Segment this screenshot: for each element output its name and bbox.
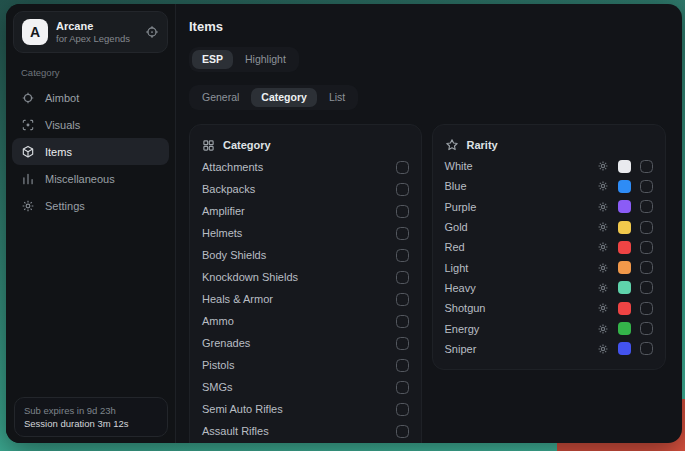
- category-row-label: Backpacks: [202, 183, 396, 195]
- rarity-row-label: Purple: [445, 201, 598, 213]
- color-swatch[interactable]: [618, 302, 631, 315]
- gear-icon[interactable]: [597, 180, 609, 192]
- sidebar-nav: AimbotVisualsItemsMiscellaneousSettings: [6, 84, 175, 219]
- rarity-row: Light: [445, 257, 654, 277]
- sidebar-item-miscellaneous[interactable]: Miscellaneous: [12, 165, 169, 192]
- mode-esp[interactable]: ESP: [192, 50, 233, 69]
- sidebar-item-aimbot[interactable]: Aimbot: [12, 84, 169, 111]
- category-row: Attachments: [202, 156, 409, 178]
- checkbox[interactable]: [396, 337, 409, 350]
- category-row: Ammo: [202, 310, 409, 332]
- rarity-row-label: Sniper: [445, 343, 598, 355]
- category-row-label: Assault Rifles: [202, 425, 396, 437]
- subscription-info-card: Sub expires in 9d 23h Session duration 3…: [14, 397, 168, 437]
- rarity-row-label: Light: [445, 262, 598, 274]
- app-header-card: A Arcane for Apex Legends: [13, 11, 168, 53]
- checkbox[interactable]: [396, 293, 409, 306]
- sidebar-item-label: Items: [45, 146, 72, 158]
- rarity-row: Sniper: [445, 339, 654, 359]
- color-swatch[interactable]: [618, 180, 631, 193]
- checkbox[interactable]: [640, 241, 653, 254]
- category-row: Helmets: [202, 222, 409, 244]
- category-row: Semi Auto Rifles: [202, 398, 409, 420]
- checkbox[interactable]: [396, 403, 409, 416]
- gear-icon[interactable]: [597, 262, 609, 274]
- tab-general[interactable]: General: [192, 88, 249, 107]
- color-swatch[interactable]: [618, 221, 631, 234]
- sidebar-item-label: Visuals: [45, 119, 80, 131]
- category-row: LMGs: [202, 442, 409, 443]
- star-icon: [445, 138, 459, 152]
- category-row-label: Semi Auto Rifles: [202, 403, 396, 415]
- color-swatch[interactable]: [618, 160, 631, 173]
- category-row-label: Ammo: [202, 315, 396, 327]
- category-row-label: Amplifier: [202, 205, 396, 217]
- checkbox[interactable]: [396, 359, 409, 372]
- panels-row: Category AttachmentsBackpacksAmplifierHe…: [189, 124, 666, 443]
- crosshair-target-icon[interactable]: [145, 25, 159, 39]
- gear-icon[interactable]: [597, 241, 609, 253]
- checkbox[interactable]: [640, 180, 653, 193]
- category-row-label: Heals & Armor: [202, 293, 396, 305]
- rarity-row-controls: [597, 241, 653, 254]
- rarity-row-label: Energy: [445, 323, 598, 335]
- checkbox[interactable]: [396, 271, 409, 284]
- color-swatch[interactable]: [618, 281, 631, 294]
- sidebar-item-label: Miscellaneous: [45, 173, 115, 185]
- aimbot-crosshair-icon: [21, 91, 35, 105]
- rarity-rows: WhiteBluePurpleGoldRedLightHeavyShotgunE…: [445, 156, 654, 359]
- checkbox[interactable]: [396, 161, 409, 174]
- rarity-row-controls: [597, 160, 653, 173]
- rarity-row-controls: [597, 322, 653, 335]
- gear-icon[interactable]: [597, 221, 609, 233]
- items-cube-icon: [21, 145, 35, 159]
- mode-highlight[interactable]: Highlight: [235, 50, 296, 69]
- gear-icon[interactable]: [597, 160, 609, 172]
- rarity-row-label: Red: [445, 241, 598, 253]
- rarity-row: Energy: [445, 318, 654, 338]
- color-swatch[interactable]: [618, 200, 631, 213]
- tab-category[interactable]: Category: [251, 88, 317, 107]
- checkbox[interactable]: [640, 200, 653, 213]
- checkbox[interactable]: [640, 261, 653, 274]
- sidebar-item-visuals[interactable]: Visuals: [12, 111, 169, 138]
- color-swatch[interactable]: [618, 261, 631, 274]
- checkbox[interactable]: [396, 249, 409, 262]
- rarity-row-controls: [597, 200, 653, 213]
- rarity-row: Heavy: [445, 278, 654, 298]
- category-row-label: Attachments: [202, 161, 396, 173]
- checkbox[interactable]: [396, 381, 409, 394]
- checkbox[interactable]: [640, 221, 653, 234]
- gear-icon[interactable]: [597, 201, 609, 213]
- category-row-label: Body Shields: [202, 249, 396, 261]
- category-rows: AttachmentsBackpacksAmplifierHelmetsBody…: [202, 156, 409, 443]
- checkbox[interactable]: [396, 205, 409, 218]
- checkbox[interactable]: [640, 322, 653, 335]
- settings-gear-icon: [21, 199, 35, 213]
- rarity-row-controls: [597, 302, 653, 315]
- gear-icon[interactable]: [597, 323, 609, 335]
- category-row: Pistols: [202, 354, 409, 376]
- rarity-row-controls: [597, 261, 653, 274]
- color-swatch[interactable]: [618, 241, 631, 254]
- category-row: Amplifier: [202, 200, 409, 222]
- checkbox[interactable]: [396, 315, 409, 328]
- sidebar-item-items[interactable]: Items: [12, 138, 169, 165]
- checkbox[interactable]: [640, 342, 653, 355]
- gear-icon[interactable]: [597, 282, 609, 294]
- color-swatch[interactable]: [618, 322, 631, 335]
- apex-game-backdrop: { "app": { "logo_letter": "A", "title": …: [0, 0, 685, 451]
- color-swatch[interactable]: [618, 342, 631, 355]
- gear-icon[interactable]: [597, 343, 609, 355]
- checkbox[interactable]: [396, 183, 409, 196]
- checkbox[interactable]: [640, 160, 653, 173]
- checkbox[interactable]: [640, 281, 653, 294]
- rarity-row-controls: [597, 180, 653, 193]
- checkbox[interactable]: [640, 302, 653, 315]
- rarity-panel: Rarity WhiteBluePurpleGoldRedLightHeavyS…: [432, 124, 667, 370]
- checkbox[interactable]: [396, 425, 409, 438]
- gear-icon[interactable]: [597, 302, 609, 314]
- checkbox[interactable]: [396, 227, 409, 240]
- tab-list[interactable]: List: [319, 88, 355, 107]
- sidebar-item-settings[interactable]: Settings: [12, 192, 169, 219]
